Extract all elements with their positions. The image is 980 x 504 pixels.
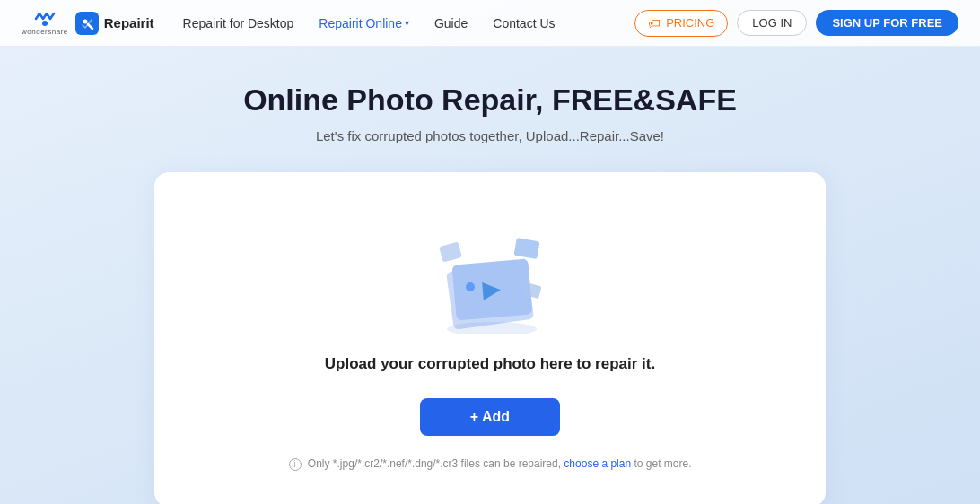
upload-label: Upload your corrupted photo here to repa… [325,355,655,373]
nav-links: Repairit for Desktop Repairit Online ▾ G… [172,11,635,36]
nav-online-link[interactable]: Repairit Online ▾ [308,11,420,36]
svg-rect-7 [513,238,539,259]
main-content: Online Photo Repair, FREE&SAFE Let's fix… [0,47,980,504]
svg-point-0 [42,21,48,26]
photo-repair-illustration [418,208,562,334]
upload-card: Upload your corrupted photo here to repa… [154,172,826,504]
wondershare-text: wondershare [22,28,68,36]
choose-plan-link[interactable]: choose a plan [564,457,631,470]
repairit-logo: Repairit [75,12,154,35]
repairit-name: Repairit [104,15,154,30]
nav-contact-link[interactable]: Contact Us [482,11,565,36]
add-button[interactable]: + Add [420,398,560,436]
brand-area: wondershare Repairit [22,10,154,36]
pricing-button[interactable]: 🏷 PRICING [634,10,728,37]
chevron-down-icon: ▾ [405,18,409,28]
page-subtitle: Let's fix corrupted photos together, Upl… [316,128,664,143]
page-title: Online Photo Repair, FREE&SAFE [243,83,737,117]
wondershare-icon [32,10,57,28]
nav-guide-link[interactable]: Guide [424,11,478,36]
file-note: i Only *.jpg/*.cr2/*.nef/*.dng/*.cr3 fil… [289,457,692,471]
pricing-icon: 🏷 [648,16,661,30]
login-button[interactable]: LOG IN [737,10,807,36]
svg-point-1 [83,19,87,23]
nav-desktop-link[interactable]: Repairit for Desktop [172,11,305,36]
wondershare-logo: wondershare [22,10,68,36]
svg-rect-6 [439,241,462,262]
info-icon: i [289,458,302,471]
repairit-icon [75,12,99,35]
svg-point-5 [466,282,475,291]
signup-button[interactable]: SIGN UP FOR FREE [816,10,958,36]
navbar: wondershare Repairit Repairit for Deskto… [0,0,980,47]
nav-actions: 🏷 PRICING LOG IN SIGN UP FOR FREE [634,10,958,37]
